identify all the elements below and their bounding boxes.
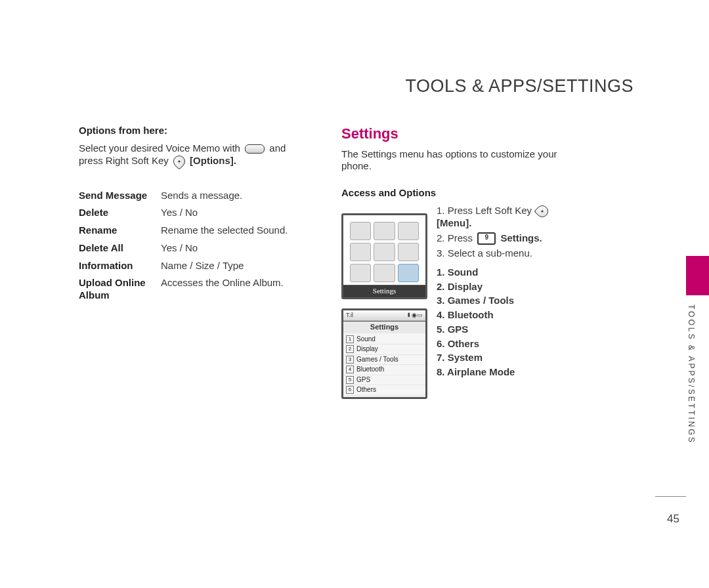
list-item: 2Display: [343, 345, 425, 355]
grid-icon: [398, 243, 419, 261]
side-label: TOOLS & APPS/SETTINGS: [686, 304, 696, 444]
options-table: Send MessageSends a message. DeleteYes /…: [79, 187, 312, 304]
instr-c: [Options].: [190, 155, 236, 166]
list-item: 6. Others: [437, 338, 574, 350]
list-item: 5GPS: [343, 375, 425, 386]
access-steps: 1. Press Left Soft Key [Menu]. 2. Press …: [437, 205, 574, 379]
status-right: ⬍◉▭: [406, 312, 423, 319]
grid-icon-selected: [398, 264, 419, 282]
phone-grid-thumb: Settings: [341, 213, 427, 299]
list-item: 5. GPS: [437, 324, 574, 336]
settings-title: Settings: [341, 125, 574, 143]
thumb-caption: Settings: [343, 285, 425, 297]
center-key-icon: [245, 144, 265, 154]
step-2: 2. Press 9 Settings.: [437, 232, 574, 245]
table-row: DeleteYes / No: [79, 204, 312, 222]
list-item: 1Sound: [343, 335, 425, 345]
options-heading: Options from here:: [79, 125, 312, 137]
submenu-list: 1. Sound 2. Display 3. Games / Tools 4. …: [437, 266, 574, 379]
status-left: T.il: [346, 312, 353, 319]
phone-thumbnails: Settings T.il ⬍◉▭ Settings 1Sound 2Displ…: [341, 213, 427, 408]
table-row: Delete AllYes / No: [79, 240, 312, 257]
list-item: 2. Display: [437, 281, 574, 293]
grid-icon: [374, 222, 395, 240]
left-column: Options from here: Select your desired V…: [79, 125, 312, 304]
settings-desc: The Settings menu has options to customi…: [341, 148, 574, 173]
right-soft-key-icon: [171, 153, 187, 169]
step-1: 1. Press Left Soft Key [Menu].: [437, 205, 574, 230]
side-rule: [655, 496, 686, 497]
list-item: 4. Bluetooth: [437, 309, 574, 322]
left-soft-key-icon: [534, 203, 551, 219]
grid-icon: [374, 264, 395, 282]
page-header: TOOLS & APPS/SETTINGS: [405, 75, 634, 98]
key-9-icon: 9: [477, 232, 496, 245]
list-item: 3. Games / Tools: [437, 295, 574, 307]
grid-icon: [350, 222, 371, 240]
manual-page: TOOLS & APPS/SETTINGS Options from here:…: [0, 0, 709, 588]
table-row: Send MessageSends a message.: [79, 187, 312, 205]
list-item: 4Bluetooth: [343, 365, 425, 375]
list-item: 3Games / Tools: [343, 355, 425, 366]
step-3: 3. Select a sub-menu.: [437, 247, 574, 260]
instr-a: Select your desired Voice Memo with: [79, 142, 240, 154]
table-row: InformationName / Size / Type: [79, 257, 312, 275]
table-row: Upload Online AlbumAccesses the Online A…: [79, 274, 312, 304]
grid-icon: [350, 264, 371, 282]
right-column: Settings The Settings menu has options t…: [341, 125, 574, 381]
list-item: 8. Airplane Mode: [437, 366, 574, 379]
thumb-statusbar: T.il ⬍◉▭: [343, 310, 425, 321]
access-heading: Access and Options: [341, 187, 574, 200]
list-item: 1. Sound: [437, 266, 574, 279]
thumb-title: Settings: [343, 321, 425, 333]
page-number: 45: [667, 512, 679, 526]
grid-icon: [374, 243, 395, 261]
thumb-menu: 1Sound 2Display 3Games / Tools 4Bluetoot…: [343, 333, 425, 397]
table-row: RenameRename the selected Sound.: [79, 222, 312, 240]
grid-icon: [398, 222, 419, 240]
list-item: 7. System: [437, 352, 574, 364]
side-tab: TOOLS & APPS/SETTINGS: [686, 256, 709, 444]
magenta-tab: [686, 256, 709, 295]
list-item: 6Others: [343, 385, 425, 396]
voice-memo-instruction: Select your desired Voice Memo with and …: [79, 142, 312, 167]
grid-icon: [350, 243, 371, 261]
phone-list-thumb: T.il ⬍◉▭ Settings 1Sound 2Display 3Games…: [341, 308, 427, 399]
